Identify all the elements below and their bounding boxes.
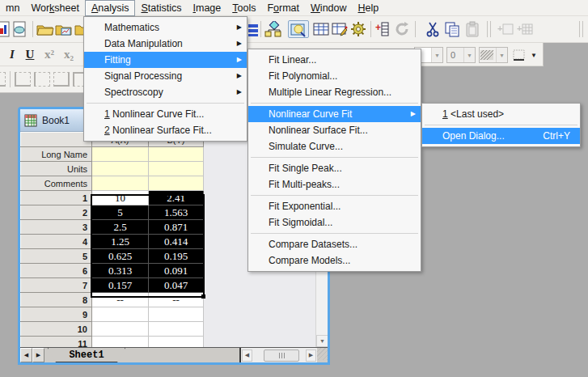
menubar-item-tools[interactable]: Tools <box>226 1 261 15</box>
menu-item-fit-linear[interactable]: Fit Linear... <box>248 52 421 68</box>
menu-item-recent-nonlinear-curve-fit[interactable]: 1 Nonlinear Curve Fit... <box>84 106 247 122</box>
analysis-menu: Mathematics ▶ Data Manipulation ▶ Fittin… <box>83 16 247 142</box>
nonlinear-curve-fit-submenu: 1 <Last used> Open Dialog... Ctrl+Y <box>421 103 581 147</box>
superscript-button[interactable]: x² <box>40 45 58 63</box>
menu-item-fit-sigmoidal[interactable]: Fit Sigmoidal... <box>248 214 421 231</box>
table-row: 6 0.313 0.091 <box>21 264 204 278</box>
menubar-item-analysis[interactable]: Analysis <box>85 0 136 16</box>
chevron-down-icon[interactable]: ▼ <box>431 48 442 62</box>
tab-sheet1[interactable]: Sheet1 <box>48 348 125 362</box>
menu-item-nonlinear-surface-fit[interactable]: Nonlinear Surface Fit... <box>248 122 421 138</box>
chevron-down-icon[interactable]: ▼ <box>528 48 539 62</box>
horizontal-scrollbar[interactable]: ◀ ▶ <box>241 348 317 362</box>
project-explorer-icon[interactable] <box>264 20 281 38</box>
cell-comments-a[interactable] <box>92 176 149 191</box>
cell-longname-a[interactable] <box>92 147 149 162</box>
underline-button[interactable]: U <box>21 45 39 63</box>
open-folder-icon[interactable] <box>36 20 54 38</box>
submenu-arrow-icon: ▶ <box>411 106 416 122</box>
menubar-item-column-clipped[interactable]: mn <box>0 1 25 15</box>
cut-icon[interactable] <box>424 20 442 38</box>
chevron-down-icon[interactable]: ▼ <box>496 48 507 62</box>
border-style-combo[interactable]: ▼ <box>511 47 540 63</box>
menu-item-nonlinear-curve-fit[interactable]: Nonlinear Curve Fit ▶ <box>248 106 421 122</box>
scroll-left-icon[interactable]: ◀ <box>242 349 252 362</box>
new-table-icon[interactable]: + <box>516 20 534 38</box>
menu-item-fit-polynomial[interactable]: Fit Polynomial... <box>248 68 421 84</box>
menu-item-open-dialog[interactable]: Open Dialog... Ctrl+Y <box>422 128 580 144</box>
cell-longname-b[interactable] <box>149 147 204 162</box>
menubar-item-statistics[interactable]: Statistics <box>135 1 187 15</box>
menu-item-fit-exponential[interactable]: Fit Exponential... <box>248 198 421 214</box>
italic-button[interactable]: I <box>3 45 21 63</box>
worksheet-view-icon[interactable] <box>312 20 330 38</box>
menubar-item-window[interactable]: Window <box>305 1 352 15</box>
menu-item-multiple-linear-regression[interactable]: Multiple Linear Regression... <box>248 84 421 100</box>
menu-item-fit-single-peak[interactable]: Fit Single Peak... <box>248 160 421 176</box>
window-resize-grip[interactable] <box>317 348 328 360</box>
new-page-icon[interactable] <box>0 20 11 38</box>
menu-item-compare-datasets[interactable]: Compare Datasets... <box>248 236 421 252</box>
menubar-item-format[interactable]: Format <box>261 1 305 15</box>
refresh-icon[interactable] <box>393 20 411 38</box>
menu-item-compare-models[interactable]: Compare Models... <box>248 252 421 269</box>
menu-item-last-used[interactable]: 1 <Last used> <box>422 106 580 122</box>
border-tool-2-icon[interactable] <box>33 70 51 88</box>
border-tool-partial-icon[interactable] <box>0 70 6 88</box>
size-combo[interactable]: 0▼ <box>446 47 476 63</box>
scroll-right-icon[interactable]: ▶ <box>306 349 316 362</box>
sheet-tab-zone: ◀ ▶ Sheet1 <box>20 348 241 362</box>
cell-units-a[interactable] <box>92 162 149 176</box>
zoom-worksheet-icon[interactable] <box>288 20 309 38</box>
cell-comments-b[interactable] <box>149 176 204 191</box>
scroll-down-icon[interactable]: ▼ <box>316 335 328 347</box>
svg-text:+: + <box>497 23 502 33</box>
row-header-comments[interactable]: Comments <box>21 176 92 191</box>
row-header-units[interactable]: Units <box>21 162 92 176</box>
new-window-icon[interactable]: + <box>497 20 514 38</box>
active-cell[interactable]: 10 <box>92 191 149 205</box>
toolbar-separator <box>370 21 371 37</box>
tab-scroll-right-icon[interactable]: ▶ <box>32 348 44 362</box>
menubar-item-worksheet[interactable]: Worksheet <box>25 1 85 15</box>
menu-item-mathematics[interactable]: Mathematics ▶ <box>84 19 247 36</box>
corner-cell[interactable] <box>21 133 92 147</box>
cell-units-b[interactable] <box>149 162 204 176</box>
border-tool-3-icon[interactable] <box>53 70 70 88</box>
format-worksheet-icon[interactable] <box>331 20 349 38</box>
table-row: 7 0.157 0.047 <box>21 278 204 293</box>
submenu-arrow-icon: ▶ <box>237 36 242 52</box>
subscript-button[interactable]: x₂ <box>60 45 78 63</box>
open-template-icon[interactable] <box>55 20 73 38</box>
chevron-down-icon[interactable]: ▼ <box>463 48 475 62</box>
menu-item-fitting[interactable]: Fitting ▶ <box>84 52 247 68</box>
toolbar-separator <box>487 21 488 37</box>
menu-item-fit-multi-peaks[interactable]: Fit Multi-peaks... <box>248 176 421 193</box>
options-gear-icon[interactable] <box>349 20 367 38</box>
fill-pattern-combo[interactable]: ▼ <box>479 47 508 63</box>
table-row: 2 5 1.563 <box>21 205 204 220</box>
tab-scroll-left-icon[interactable]: ◀ <box>20 348 32 362</box>
submenu-arrow-icon: ▶ <box>237 84 242 100</box>
menubar-item-image[interactable]: Image <box>188 1 227 15</box>
scrollbar-thumb[interactable] <box>264 349 299 362</box>
menu-item-signal-processing[interactable]: Signal Processing ▶ <box>84 68 247 84</box>
menu-item-spectroscopy[interactable]: Spectroscopy ▶ <box>84 84 247 100</box>
menu-item-recent-nonlinear-surface-fit[interactable]: 2 Nonlinear Surface Fit... <box>84 122 247 138</box>
toolbar-separator <box>490 21 491 37</box>
paste-icon[interactable] <box>463 20 481 38</box>
duplicate-page-icon[interactable] <box>11 20 29 38</box>
svg-text:+: + <box>517 23 522 33</box>
menu-separator <box>251 233 418 234</box>
menubar-item-help[interactable]: Help <box>353 1 385 15</box>
toolbar-separator <box>10 71 11 87</box>
add-column-icon[interactable]: + <box>374 20 391 38</box>
origin-application: mn Worksheet Analysis Statistics Image T… <box>0 0 588 377</box>
row-header-longname[interactable]: Long Name <box>21 147 92 162</box>
menu-item-data-manipulation[interactable]: Data Manipulation ▶ <box>84 36 247 52</box>
submenu-arrow-icon: ▶ <box>237 68 242 84</box>
table-row: 11 <box>21 337 204 348</box>
menu-item-simulate-curve[interactable]: Simulate Curve... <box>248 138 421 155</box>
border-tool-1-icon[interactable] <box>14 70 32 88</box>
copy-icon[interactable] <box>443 20 461 38</box>
